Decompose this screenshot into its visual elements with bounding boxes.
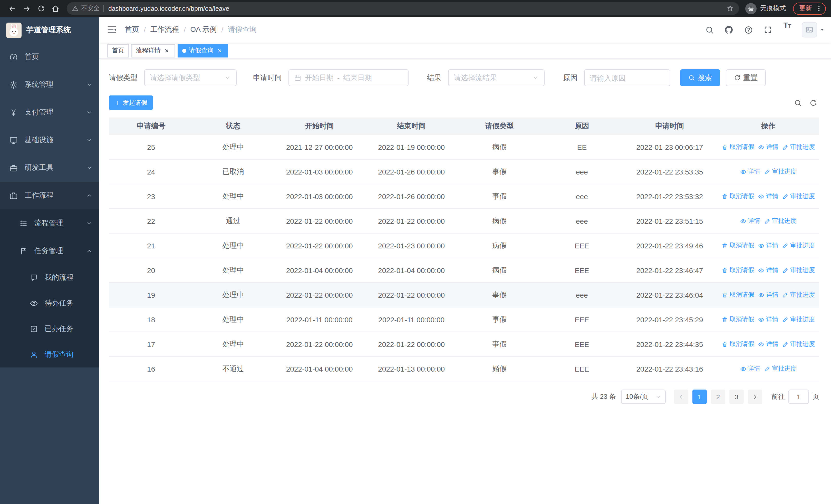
detail-link[interactable]: 详情 — [758, 266, 778, 274]
cell-status: 处理中 — [193, 283, 273, 307]
approval-progress-link[interactable]: 审批进度 — [782, 143, 815, 151]
fullscreen-icon[interactable] — [760, 21, 776, 38]
table-row[interactable]: 22 通过 2022-01-22 00:00:00 2022-01-22 00:… — [109, 209, 819, 234]
detail-link[interactable]: 详情 — [740, 216, 760, 225]
sidebar: 芋道管理系统 首页 系统管理 支付管理 — [0, 17, 99, 504]
cancel-leave-link[interactable]: 取消请假 — [722, 192, 754, 201]
chat-icon — [30, 273, 38, 282]
table-row[interactable]: 23 处理中 2022-01-03 00:00:00 2022-01-26 00… — [109, 184, 819, 209]
table-row[interactable]: 24 已取消 2022-01-03 00:00:00 2022-01-26 00… — [109, 159, 819, 184]
cancel-leave-link[interactable]: 取消请假 — [722, 266, 754, 274]
approval-progress-link[interactable]: 审批进度 — [782, 291, 815, 299]
toolbox-icon — [9, 164, 18, 172]
bookmark-star-icon[interactable] — [726, 5, 734, 12]
cell-status: 处理中 — [193, 184, 273, 208]
sidebar-item-leave-query[interactable]: 请假查询 — [0, 342, 99, 367]
address-bar[interactable]: 不安全 dashboard.yudao.iocoder.cn/bpm/oa/le… — [67, 2, 739, 15]
tab-close-icon[interactable] — [163, 47, 170, 54]
github-icon[interactable] — [721, 21, 737, 38]
table-row[interactable]: 16 不通过 2022-01-04 00:00:00 2022-01-13 00… — [109, 357, 819, 381]
approval-progress-link[interactable]: 审批进度 — [764, 216, 797, 225]
result-select[interactable]: 请选择流结果 — [448, 69, 545, 86]
cancel-leave-link[interactable]: 取消请假 — [722, 315, 754, 324]
prev-page-button[interactable] — [674, 390, 688, 404]
font-size-icon[interactable]: TT — [779, 21, 796, 38]
breadcrumb-workflow[interactable]: 工作流程 — [150, 25, 179, 34]
sidebar-toggle-button[interactable] — [99, 17, 125, 42]
approval-progress-link[interactable]: 审批进度 — [782, 266, 815, 274]
cancel-leave-link[interactable]: 取消请假 — [722, 340, 754, 349]
sidebar-item-process-management[interactable]: 流程管理 — [0, 209, 99, 237]
detail-link[interactable]: 详情 — [758, 143, 778, 151]
approval-progress-link[interactable]: 审批进度 — [782, 241, 815, 250]
cancel-leave-link[interactable]: 取消请假 — [722, 291, 754, 299]
table-row[interactable]: 25 处理中 2021-12-27 00:00:00 2022-01-19 00… — [109, 135, 819, 159]
approval-progress-link[interactable]: 审批进度 — [764, 167, 797, 176]
approval-progress-link[interactable]: 审批进度 — [782, 192, 815, 201]
column-start-time: 开始时间 — [273, 118, 366, 135]
goto-page-input[interactable] — [789, 390, 809, 404]
detail-link[interactable]: 详情 — [758, 241, 778, 250]
cell-reason: eee — [542, 159, 622, 184]
page-number-button[interactable]: 2 — [711, 390, 725, 404]
sidebar-item-dev-tools[interactable]: 研发工具 — [0, 154, 99, 182]
table-row[interactable]: 17 处理中 2022-01-22 00:00:00 2022-01-22 00… — [109, 332, 819, 357]
reset-button[interactable]: 重置 — [726, 69, 766, 86]
create-leave-button[interactable]: 发起请假 — [109, 95, 153, 110]
browser-back-button[interactable] — [5, 2, 20, 15]
next-page-button[interactable] — [748, 390, 762, 404]
apply-time-range-picker[interactable]: 开始日期 - 结束日期 — [288, 69, 408, 86]
sidebar-item-done-tasks[interactable]: 已办任务 — [0, 316, 99, 342]
app-logo[interactable]: 芋道管理系统 — [0, 17, 99, 43]
cell-apply-id: 22 — [109, 209, 193, 233]
sidebar-item-todo-tasks[interactable]: 待办任务 — [0, 291, 99, 316]
page-number-button[interactable]: 1 — [692, 390, 707, 404]
tab-leave-query[interactable]: 请假查询 — [178, 44, 228, 57]
browser-update-button[interactable]: 更新 — [793, 2, 826, 14]
reason-input[interactable] — [584, 69, 670, 86]
sidebar-item-system[interactable]: 系统管理 — [0, 71, 99, 98]
detail-link[interactable]: 详情 — [758, 291, 778, 299]
tab-process-detail[interactable]: 流程详情 — [132, 44, 175, 57]
sidebar-item-task-management[interactable]: 任务管理 — [0, 237, 99, 265]
sidebar-item-payment[interactable]: 支付管理 — [0, 98, 99, 126]
sidebar-item-workflow[interactable]: 工作流程 — [0, 182, 99, 209]
sidebar-item-my-processes[interactable]: 我的流程 — [0, 265, 99, 291]
help-icon[interactable] — [740, 21, 756, 38]
detail-link[interactable]: 详情 — [758, 192, 778, 201]
detail-link[interactable]: 详情 — [740, 364, 760, 373]
browser-reload-button[interactable] — [34, 2, 48, 15]
browser-home-button[interactable] — [48, 2, 63, 15]
tab-home[interactable]: 首页 — [107, 44, 129, 57]
browser-menu-icon[interactable] — [815, 5, 823, 12]
breadcrumb-home[interactable]: 首页 — [125, 25, 139, 34]
detail-link[interactable]: 详情 — [758, 340, 778, 349]
avatar[interactable] — [802, 22, 817, 37]
leave-type-select[interactable]: 请选择请假类型 — [144, 69, 237, 86]
breadcrumb-oa-example[interactable]: OA 示例 — [191, 25, 217, 34]
not-secure-warning-icon[interactable] — [72, 5, 79, 12]
detail-link[interactable]: 详情 — [758, 315, 778, 324]
cancel-leave-link[interactable]: 取消请假 — [722, 241, 754, 250]
browser-forward-button[interactable] — [20, 2, 34, 15]
sidebar-item-home[interactable]: 首页 — [0, 43, 99, 71]
search-button[interactable]: 搜索 — [680, 69, 720, 86]
table-row[interactable]: 18 处理中 2022-01-11 00:00:00 2022-01-11 00… — [109, 307, 819, 332]
table-row[interactable]: 21 处理中 2022-01-22 00:00:00 2022-01-23 00… — [109, 234, 819, 258]
user-menu[interactable] — [802, 22, 825, 37]
page-number-button[interactable]: 3 — [729, 390, 744, 404]
detail-link[interactable]: 详情 — [740, 167, 760, 176]
approval-progress-link[interactable]: 审批进度 — [764, 364, 797, 373]
reason-label: 原因 — [563, 73, 577, 82]
table-row[interactable]: 20 处理中 2022-01-04 00:00:00 2022-01-04 00… — [109, 258, 819, 283]
refresh-icon[interactable] — [809, 99, 817, 107]
approval-progress-link[interactable]: 审批进度 — [782, 340, 815, 349]
tab-close-icon[interactable] — [216, 47, 223, 54]
search-icon[interactable] — [701, 21, 718, 38]
approval-progress-link[interactable]: 审批进度 — [782, 315, 815, 324]
toggle-search-icon[interactable] — [794, 99, 802, 107]
sidebar-item-infrastructure[interactable]: 基础设施 — [0, 126, 99, 154]
table-row[interactable]: 19 处理中 2022-01-22 00:00:00 2022-01-22 00… — [109, 283, 819, 307]
cancel-leave-link[interactable]: 取消请假 — [722, 143, 754, 151]
page-size-select[interactable]: 10条/页 — [621, 390, 666, 404]
